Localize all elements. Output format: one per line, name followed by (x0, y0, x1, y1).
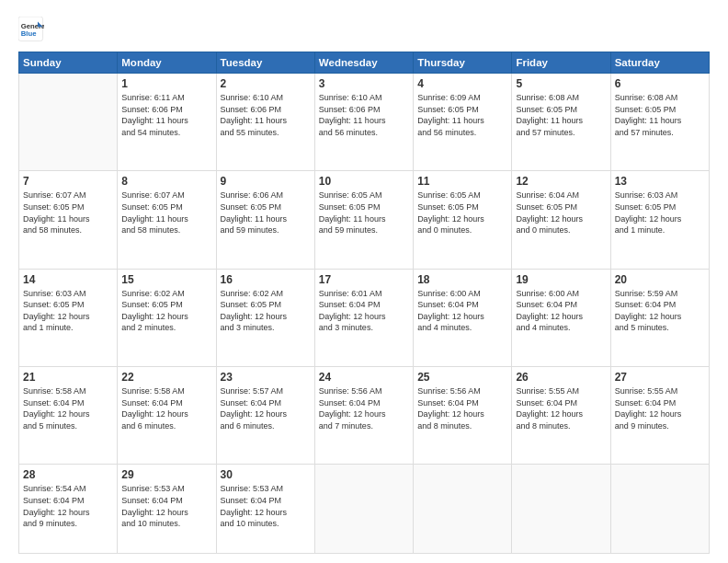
calendar-cell: 27Sunrise: 5:55 AM Sunset: 6:04 PM Dayli… (610, 366, 709, 464)
cell-info: Sunrise: 6:02 AM Sunset: 6:05 PM Dayligh… (221, 288, 311, 334)
day-number: 19 (516, 273, 606, 286)
calendar-week-row: 7Sunrise: 6:07 AM Sunset: 6:05 PM Daylig… (19, 171, 710, 269)
day-header-monday: Monday (118, 52, 216, 74)
calendar-cell: 26Sunrise: 5:55 AM Sunset: 6:04 PM Dayli… (512, 366, 610, 464)
header: General Blue (18, 17, 710, 42)
cell-info: Sunrise: 6:05 AM Sunset: 6:05 PM Dayligh… (319, 190, 409, 236)
calendar-cell: 2Sunrise: 6:10 AM Sunset: 6:06 PM Daylig… (216, 74, 314, 171)
day-number: 28 (23, 468, 113, 481)
calendar-cell: 24Sunrise: 5:56 AM Sunset: 6:04 PM Dayli… (314, 366, 413, 464)
calendar-cell: 1Sunrise: 6:11 AM Sunset: 6:06 PM Daylig… (118, 74, 216, 171)
svg-text:Blue: Blue (21, 29, 37, 38)
calendar-cell (610, 465, 709, 554)
cell-info: Sunrise: 6:02 AM Sunset: 6:05 PM Dayligh… (121, 288, 211, 334)
cell-info: Sunrise: 5:54 AM Sunset: 6:04 PM Dayligh… (23, 483, 113, 529)
calendar-cell: 17Sunrise: 6:01 AM Sunset: 6:04 PM Dayli… (314, 269, 413, 366)
day-number: 6 (615, 77, 705, 90)
day-number: 21 (23, 371, 113, 384)
calendar-cell: 14Sunrise: 6:03 AM Sunset: 6:05 PM Dayli… (19, 269, 118, 366)
calendar-cell: 5Sunrise: 6:08 AM Sunset: 6:05 PM Daylig… (512, 74, 610, 171)
day-number: 2 (221, 77, 311, 90)
logo: General Blue (18, 17, 48, 42)
cell-info: Sunrise: 6:10 AM Sunset: 6:06 PM Dayligh… (319, 92, 409, 138)
cell-info: Sunrise: 5:56 AM Sunset: 6:04 PM Dayligh… (417, 385, 507, 431)
calendar-cell: 6Sunrise: 6:08 AM Sunset: 6:05 PM Daylig… (610, 74, 709, 171)
day-number: 3 (319, 77, 409, 90)
calendar-cell: 7Sunrise: 6:07 AM Sunset: 6:05 PM Daylig… (19, 171, 118, 269)
day-number: 16 (221, 273, 311, 286)
calendar-cell: 28Sunrise: 5:54 AM Sunset: 6:04 PM Dayli… (19, 465, 118, 554)
day-number: 29 (121, 468, 211, 481)
cell-info: Sunrise: 6:09 AM Sunset: 6:05 PM Dayligh… (417, 92, 507, 138)
day-number: 23 (221, 371, 311, 384)
page: General Blue SundayMondayTuesdayWednesda… (0, 0, 728, 563)
day-number: 17 (319, 273, 409, 286)
cell-info: Sunrise: 6:10 AM Sunset: 6:06 PM Dayligh… (221, 92, 311, 138)
day-number: 24 (319, 371, 409, 384)
cell-info: Sunrise: 6:03 AM Sunset: 6:05 PM Dayligh… (23, 288, 113, 334)
day-number: 11 (417, 175, 507, 188)
calendar-header-row: SundayMondayTuesdayWednesdayThursdayFrid… (19, 52, 710, 74)
cell-info: Sunrise: 5:56 AM Sunset: 6:04 PM Dayligh… (319, 385, 409, 431)
cell-info: Sunrise: 5:53 AM Sunset: 6:04 PM Dayligh… (121, 483, 211, 529)
calendar-cell: 11Sunrise: 6:05 AM Sunset: 6:05 PM Dayli… (414, 171, 512, 269)
calendar-table: SundayMondayTuesdayWednesdayThursdayFrid… (18, 52, 710, 554)
calendar-cell: 23Sunrise: 5:57 AM Sunset: 6:04 PM Dayli… (216, 366, 314, 464)
day-header-wednesday: Wednesday (314, 52, 413, 74)
day-number: 18 (417, 273, 507, 286)
calendar-cell: 22Sunrise: 5:58 AM Sunset: 6:04 PM Dayli… (118, 366, 216, 464)
cell-info: Sunrise: 6:07 AM Sunset: 6:05 PM Dayligh… (23, 190, 113, 236)
calendar-cell: 10Sunrise: 6:05 AM Sunset: 6:05 PM Dayli… (314, 171, 413, 269)
calendar-cell: 12Sunrise: 6:04 AM Sunset: 6:05 PM Dayli… (512, 171, 610, 269)
cell-info: Sunrise: 6:07 AM Sunset: 6:05 PM Dayligh… (121, 190, 211, 236)
cell-info: Sunrise: 6:00 AM Sunset: 6:04 PM Dayligh… (417, 288, 507, 334)
day-number: 12 (516, 175, 606, 188)
day-header-friday: Friday (512, 52, 610, 74)
day-number: 26 (516, 371, 606, 384)
cell-info: Sunrise: 6:08 AM Sunset: 6:05 PM Dayligh… (615, 92, 705, 138)
day-number: 30 (221, 468, 311, 481)
cell-info: Sunrise: 5:58 AM Sunset: 6:04 PM Dayligh… (23, 385, 113, 431)
calendar-cell: 8Sunrise: 6:07 AM Sunset: 6:05 PM Daylig… (118, 171, 216, 269)
calendar-cell: 9Sunrise: 6:06 AM Sunset: 6:05 PM Daylig… (216, 171, 314, 269)
calendar-week-row: 14Sunrise: 6:03 AM Sunset: 6:05 PM Dayli… (19, 269, 710, 366)
calendar-cell: 18Sunrise: 6:00 AM Sunset: 6:04 PM Dayli… (414, 269, 512, 366)
calendar-cell: 13Sunrise: 6:03 AM Sunset: 6:05 PM Dayli… (610, 171, 709, 269)
calendar-week-row: 21Sunrise: 5:58 AM Sunset: 6:04 PM Dayli… (19, 366, 710, 464)
day-number: 13 (615, 175, 705, 188)
calendar-cell: 20Sunrise: 5:59 AM Sunset: 6:04 PM Dayli… (610, 269, 709, 366)
day-header-thursday: Thursday (414, 52, 512, 74)
cell-info: Sunrise: 6:04 AM Sunset: 6:05 PM Dayligh… (516, 190, 606, 236)
cell-info: Sunrise: 6:08 AM Sunset: 6:05 PM Dayligh… (516, 92, 606, 138)
cell-info: Sunrise: 6:00 AM Sunset: 6:04 PM Dayligh… (516, 288, 606, 334)
calendar-cell: 15Sunrise: 6:02 AM Sunset: 6:05 PM Dayli… (118, 269, 216, 366)
cell-info: Sunrise: 6:01 AM Sunset: 6:04 PM Dayligh… (319, 288, 409, 334)
calendar-cell: 16Sunrise: 6:02 AM Sunset: 6:05 PM Dayli… (216, 269, 314, 366)
calendar-cell (414, 465, 512, 554)
calendar-cell: 30Sunrise: 5:53 AM Sunset: 6:04 PM Dayli… (216, 465, 314, 554)
calendar-week-row: 1Sunrise: 6:11 AM Sunset: 6:06 PM Daylig… (19, 74, 710, 171)
day-header-saturday: Saturday (610, 52, 709, 74)
calendar-cell: 3Sunrise: 6:10 AM Sunset: 6:06 PM Daylig… (314, 74, 413, 171)
day-number: 27 (615, 371, 705, 384)
cell-info: Sunrise: 5:58 AM Sunset: 6:04 PM Dayligh… (121, 385, 211, 431)
calendar-cell: 21Sunrise: 5:58 AM Sunset: 6:04 PM Dayli… (19, 366, 118, 464)
day-number: 14 (23, 273, 113, 286)
day-number: 8 (121, 175, 211, 188)
calendar-week-row: 28Sunrise: 5:54 AM Sunset: 6:04 PM Dayli… (19, 465, 710, 554)
calendar-cell (512, 465, 610, 554)
day-number: 9 (221, 175, 311, 188)
day-header-tuesday: Tuesday (216, 52, 314, 74)
calendar-cell: 25Sunrise: 5:56 AM Sunset: 6:04 PM Dayli… (414, 366, 512, 464)
day-number: 1 (121, 77, 211, 90)
day-number: 4 (417, 77, 507, 90)
cell-info: Sunrise: 5:55 AM Sunset: 6:04 PM Dayligh… (516, 385, 606, 431)
logo-icon: General Blue (18, 17, 44, 42)
cell-info: Sunrise: 6:03 AM Sunset: 6:05 PM Dayligh… (615, 190, 705, 236)
cell-info: Sunrise: 6:06 AM Sunset: 6:05 PM Dayligh… (221, 190, 311, 236)
calendar-cell (314, 465, 413, 554)
cell-info: Sunrise: 6:11 AM Sunset: 6:06 PM Dayligh… (121, 92, 211, 138)
cell-info: Sunrise: 5:53 AM Sunset: 6:04 PM Dayligh… (221, 483, 311, 529)
day-number: 5 (516, 77, 606, 90)
calendar-cell: 4Sunrise: 6:09 AM Sunset: 6:05 PM Daylig… (414, 74, 512, 171)
